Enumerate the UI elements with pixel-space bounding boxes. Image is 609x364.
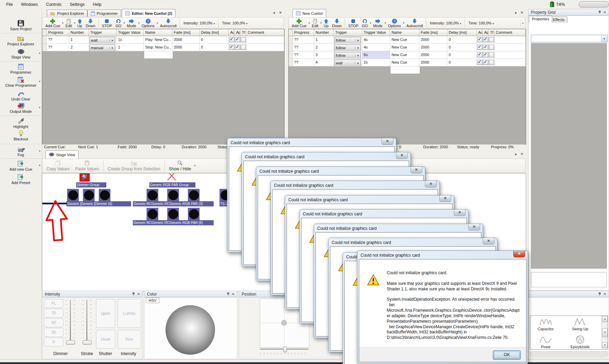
tab-project-explorer[interactable]: Project Explorer (47, 10, 87, 17)
intensity-control[interactable]: Intensity: 100,0% ▾ (181, 21, 217, 25)
options-button[interactable]: ?Options (140, 19, 156, 28)
cell-number[interactable]: 2 (314, 44, 334, 51)
tab-hsv[interactable]: HSV (146, 298, 159, 303)
col-ap[interactable]: Ap (483, 29, 489, 36)
cell-fade[interactable]: 2000 (419, 36, 447, 44)
nox-button[interactable]: Nox (118, 330, 141, 349)
edit-button[interactable]: Edit (310, 19, 320, 28)
paste-values-button[interactable]: Paste Values (72, 160, 102, 171)
sidebar-item-fog[interactable]: Fog ▾ (0, 145, 42, 159)
slider-thumb[interactable] (66, 340, 75, 345)
checkbox-ac[interactable] (477, 36, 483, 44)
close-button[interactable]: × (468, 224, 480, 231)
cell-number[interactable]: 3 (314, 51, 334, 59)
cell-fade[interactable]: 2000 (419, 51, 447, 59)
col-ac[interactable]: Ac (229, 29, 235, 36)
chevron-down-icon[interactable]: ▾ (39, 80, 40, 83)
property-combobox[interactable]: ▼ (531, 35, 608, 42)
cell-delay[interactable]: 0 (447, 36, 477, 44)
intensity-preset-button[interactable]: 30 (44, 328, 63, 337)
col-number[interactable]: Number (314, 29, 334, 36)
lumos-button[interactable]: Lumos (118, 299, 141, 328)
cell-trigger-value[interactable]: 4s (362, 44, 390, 51)
create-group-button[interactable]: Create Group from Selection (105, 161, 163, 171)
cell-comment[interactable] (494, 51, 526, 59)
cell-delay[interactable]: 0 (447, 59, 477, 66)
cell-number[interactable]: 4 (314, 59, 334, 66)
checkbox-ap[interactable] (483, 51, 489, 59)
row-selector[interactable] (289, 36, 293, 44)
close-icon[interactable]: ✕ (603, 10, 606, 14)
sidebar-item-add-new-cue[interactable]: Add new Cue ▾ (0, 160, 42, 173)
close-button[interactable]: × (513, 251, 525, 257)
effect-item[interactable]: Swing Up (568, 317, 592, 331)
cell-fade[interactable]: 2000 (172, 44, 200, 51)
close-button[interactable]: × (454, 210, 466, 216)
close-icon[interactable]: ✕ (232, 292, 235, 296)
ok-button[interactable]: OK (493, 351, 521, 360)
sidebar-item-output-mode[interactable]: Output Mode ▾ (0, 102, 42, 116)
sidebar-item-save-project[interactable]: Save Project (0, 19, 42, 33)
col-name[interactable]: Name (390, 29, 419, 36)
show-hide-button[interactable]: Show / Hide (166, 160, 194, 171)
copy-values-button[interactable]: Copy Values (44, 160, 72, 171)
sidebar-item-undo-clear[interactable]: Undo Clear (0, 89, 42, 103)
checkbox-ac[interactable] (229, 36, 235, 44)
tab-properties[interactable]: Properties (529, 16, 552, 23)
col-progress[interactable]: Progress (47, 29, 69, 36)
go-button[interactable]: GO (114, 19, 123, 28)
row-selector[interactable] (289, 44, 293, 51)
chevron-down-icon[interactable]: ▾ (39, 106, 40, 109)
fixture-rgb-par[interactable] (147, 189, 158, 201)
cell-number[interactable]: 2 (69, 44, 89, 51)
cell-comment[interactable] (494, 44, 526, 51)
col-trigger-value[interactable]: Trigger Value (362, 29, 390, 36)
tab-programmer[interactable]: Programmer (87, 10, 121, 17)
toolbar-overflow-button[interactable]: ▾ (521, 20, 525, 27)
checkbox-ac[interactable] (477, 59, 483, 66)
sidebar-item-project-explorer[interactable]: Project Explorer (0, 34, 42, 48)
chevron-down-icon[interactable]: ▾ (39, 164, 40, 167)
col-progress[interactable]: Progress (293, 29, 314, 36)
chevron-down-icon[interactable]: ▾ (194, 164, 196, 167)
checkbox-ac[interactable] (229, 44, 235, 51)
sidebar-item-add-preset[interactable]: Add Preset (0, 173, 42, 187)
time-control[interactable]: Time: 100,0% ▾ (220, 21, 249, 25)
fixture-dimmer[interactable] (83, 189, 95, 201)
col-delay[interactable]: Delay [ms] (447, 29, 477, 36)
checkbox-ap[interactable] (235, 36, 241, 44)
fixture-rgb-par[interactable] (167, 208, 179, 220)
cell-delay[interactable]: 0 (200, 44, 229, 51)
autoscroll-button[interactable]: Autoscroll (158, 19, 178, 28)
close-button[interactable]: × (410, 167, 422, 173)
sidebar-item-clear-programmer[interactable]: Clear Programmer ▾ (0, 76, 42, 89)
sidebar-item-blackout[interactable]: Blackout (0, 129, 42, 143)
cell-comment[interactable] (246, 36, 284, 44)
menu-windows[interactable]: Windows (17, 1, 42, 8)
checkbox-ap[interactable] (483, 36, 489, 44)
trigger-dropdown[interactable]: follow▼ (334, 44, 362, 51)
effect-item[interactable]: Powe (534, 335, 558, 349)
fixture-label[interactable]: Generic [Generic [Dimmer (4) (66, 201, 131, 206)
down-button[interactable]: Down (84, 19, 97, 28)
checkbox-ap[interactable] (483, 59, 489, 66)
cell-number[interactable]: 1 (69, 36, 89, 44)
cell-trigger-value-selected[interactable]: 6s (362, 51, 390, 59)
up-button[interactable]: Up (76, 19, 84, 28)
close-button[interactable]: × (382, 138, 393, 145)
checkbox-tf[interactable] (241, 36, 246, 44)
pin-icon[interactable] (132, 292, 135, 297)
cell-name[interactable]: New Cue (390, 44, 419, 51)
cell-fade[interactable]: 2000 (172, 36, 200, 44)
stop-button[interactable]: STOP (100, 19, 114, 28)
position-handle[interactable] (281, 320, 287, 326)
trigger-dropdown[interactable]: wait▼ (334, 59, 362, 66)
down-button[interactable]: Down (330, 19, 343, 28)
tab-new-cuelist[interactable]: New Cuelist (292, 9, 326, 17)
close-button[interactable]: × (483, 238, 494, 245)
col-ac[interactable]: Ac (477, 29, 483, 36)
col-fade[interactable]: Fade [ms] (172, 29, 200, 36)
cell-delay[interactable]: 0 (447, 51, 477, 59)
intensity-preset-button[interactable]: 50 (44, 318, 63, 327)
close-button[interactable]: × (396, 152, 408, 159)
